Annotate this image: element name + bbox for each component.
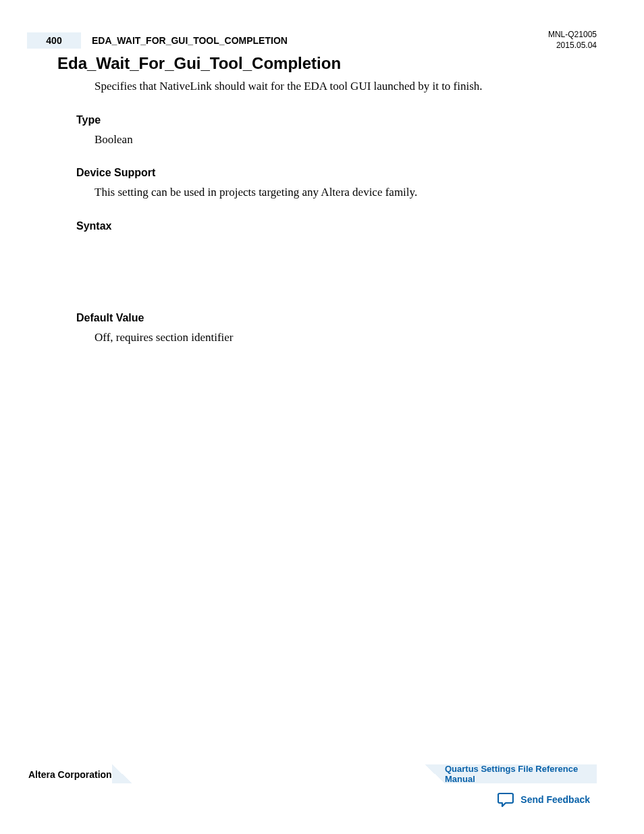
document-metadata: MNL-Q21005 2015.05.04 — [548, 30, 597, 51]
send-feedback-button[interactable]: Send Feedback — [498, 792, 590, 807]
intro-paragraph: Specifies that NativeLink should wait fo… — [95, 78, 597, 95]
footer-decoration-right — [425, 764, 445, 783]
page-number-badge: 400 — [27, 32, 81, 49]
speech-bubble-icon — [498, 792, 514, 807]
main-content: Eda_Wait_For_Gui_Tool_Completion Specifi… — [57, 54, 597, 346]
document-date: 2015.05.04 — [548, 41, 597, 51]
section-heading-syntax: Syntax — [76, 220, 597, 232]
footer-decoration-left — [112, 764, 132, 783]
section-body-default-value: Off, requires section identifier — [95, 330, 597, 346]
manual-reference-link[interactable]: Quartus Settings File Reference Manual — [445, 764, 590, 784]
section-body-device-support: This setting can be used in projects tar… — [95, 184, 597, 201]
document-page: 400 EDA_WAIT_FOR_GUI_TOOL_COMPLETION MNL… — [0, 0, 644, 834]
send-feedback-label: Send Feedback — [520, 794, 590, 805]
section-heading-type: Type — [76, 114, 597, 126]
section-body-type: Boolean — [95, 132, 597, 149]
footer-corporation: Altera Corporation — [28, 769, 112, 780]
section-heading-device-support: Device Support — [76, 167, 597, 179]
page-header: 400 EDA_WAIT_FOR_GUI_TOOL_COMPLETION MNL… — [0, 28, 644, 50]
page-footer: Altera Corporation Quartus Settings File… — [0, 733, 644, 807]
page-number: 400 — [46, 35, 61, 46]
document-id: MNL-Q21005 — [548, 30, 597, 41]
footer-manual-link-bg: Quartus Settings File Reference Manual — [445, 764, 597, 783]
section-heading-default-value: Default Value — [76, 312, 597, 324]
page-title: Eda_Wait_For_Gui_Tool_Completion — [57, 54, 597, 73]
running-header-title: EDA_WAIT_FOR_GUI_TOOL_COMPLETION — [92, 35, 288, 46]
syntax-body-empty — [57, 232, 597, 293]
